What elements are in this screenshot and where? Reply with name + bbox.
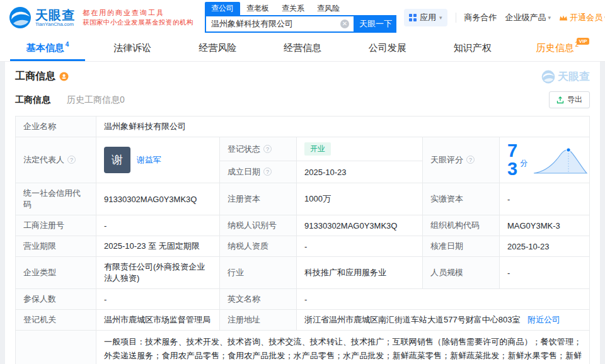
search-tab-risk[interactable]: 查风险 bbox=[311, 2, 346, 15]
search-tab-relation[interactable]: 查关系 bbox=[275, 2, 311, 15]
tab-operation-info[interactable]: 经营信息 bbox=[260, 35, 345, 61]
clear-search-icon[interactable]: ✕ bbox=[340, 20, 349, 28]
seal-icon bbox=[59, 72, 69, 81]
label-business-term: 营业期限 bbox=[16, 236, 96, 257]
tab-legal-proceedings[interactable]: 法律诉讼 bbox=[90, 35, 175, 61]
tab-company-development[interactable]: 公司发展 bbox=[345, 35, 430, 61]
label-reg-authority: 登记机关 bbox=[16, 310, 96, 331]
value-reg-capital: 1000万 bbox=[297, 183, 423, 215]
apps-menu[interactable]: 应用 ▾ bbox=[404, 9, 447, 26]
score-curve-chart bbox=[533, 145, 588, 175]
help-icon[interactable]: ? bbox=[466, 156, 475, 164]
slogan: 都在用的商业查询工具 获国家中小企业发展基金投资的机构 bbox=[83, 8, 193, 27]
apps-grid-icon bbox=[409, 14, 417, 21]
table-row: 登记机关 温州市鹿城区市场监督管理局 注册地址 浙江省温州市鹿城区南汇街道车站大… bbox=[16, 310, 590, 331]
value-business-scope: 一般项目：技术服务、技术开发、技术咨询、技术交流、技术转让、技术推广；互联网销售… bbox=[96, 331, 590, 364]
value-reg-status: 开业 bbox=[297, 137, 423, 161]
value-credit-code: 91330302MAG0Y3MK3Q bbox=[96, 183, 220, 215]
label-org-code: 组织机构代码 bbox=[423, 215, 500, 236]
search-submit-button[interactable]: 天眼一下 bbox=[355, 15, 396, 33]
label-company-name: 企业名称 bbox=[16, 117, 96, 137]
table-row: 营业期限 2025-10-23 至 无固定期限 纳税人资质 - 核准日期 202… bbox=[16, 236, 590, 257]
nav-enterprise-products[interactable]: 企业级产品 ▾ bbox=[505, 12, 551, 23]
table-row: 经营范围 一般项目：技术服务、技术开发、技术咨询、技术交流、技术转让、技术推广；… bbox=[16, 331, 590, 364]
help-icon[interactable]: ? bbox=[67, 156, 76, 164]
company-search-input[interactable] bbox=[206, 20, 340, 29]
tab-label: 经营风险 bbox=[199, 42, 236, 54]
card-tab-history-business-info[interactable]: 历史工商信息0 bbox=[67, 94, 125, 106]
search-box: ✕ bbox=[205, 15, 355, 33]
table-row: 统一社会信用代码 91330302MAG0Y3MK3Q 注册资本 1000万 实… bbox=[16, 183, 590, 215]
tab-operation-risk[interactable]: 经营风险 bbox=[175, 35, 260, 61]
search-tab-company[interactable]: 查公司 bbox=[205, 2, 240, 15]
tab-label: 基本信息 bbox=[26, 42, 64, 54]
value-staff-size: - bbox=[500, 257, 590, 289]
label-credit-code: 统一社会信用代码 bbox=[16, 183, 96, 215]
top-nav: 应用 ▾ 商务合作 企业级产品 ▾ 开通会员 ▾ 查米 ▾ bbox=[404, 9, 605, 26]
value-business-term: 2025-10-23 至 无固定期限 bbox=[96, 236, 220, 257]
main-nav-tabs: 基本信息 4 法律诉讼 经营风险 经营信息 公司发展 知识产权 历史信息 2 V… bbox=[0, 35, 605, 62]
score-number: 73 bbox=[507, 142, 517, 178]
value-company-name: 温州象鲜科技有限公司 bbox=[96, 117, 590, 137]
label-taxpayer-qualification: 纳税人资质 bbox=[220, 236, 297, 257]
watermark-logo: 天眼查 bbox=[541, 69, 590, 84]
value-reg-authority: 温州市鹿城区市场监督管理局 bbox=[96, 310, 220, 331]
help-icon[interactable]: ? bbox=[263, 145, 272, 153]
value-taxpayer-qualification: - bbox=[297, 236, 423, 257]
tab-label: 经营信息 bbox=[284, 42, 321, 54]
logo-title: 天眼查 bbox=[35, 8, 75, 22]
search-tabs: 查公司查老板查关系查风险 bbox=[205, 3, 396, 15]
value-reg-number: - bbox=[96, 215, 220, 236]
value-tianyan-score: 73 分 bbox=[500, 137, 590, 183]
business-info-card: 工商信息 天眼查 工商信息历史工商信息0 bbox=[5, 62, 600, 364]
legal-rep-avatar[interactable]: 谢 bbox=[104, 147, 130, 173]
nearby-companies-link[interactable]: 附近公司 bbox=[527, 315, 560, 324]
legal-rep-link[interactable]: 谢益军 bbox=[137, 154, 161, 166]
section-title: 工商信息 bbox=[15, 70, 55, 83]
chevron-down-icon: ▾ bbox=[439, 14, 442, 21]
label-english-name: 英文名称 bbox=[220, 289, 297, 310]
tab-label: 公司发展 bbox=[369, 42, 406, 54]
slogan-line-2: 获国家中小企业发展基金投资的机构 bbox=[83, 18, 193, 27]
label-reg-capital: 注册资本 bbox=[220, 183, 297, 215]
chevron-down-icon: ▾ bbox=[548, 14, 551, 21]
nav-business-cooperation[interactable]: 商务合作 bbox=[464, 12, 497, 23]
label-tianyan-score: 天眼评分? bbox=[423, 137, 500, 183]
value-company-type: 有限责任公司(外商投资企业法人独资) bbox=[96, 257, 220, 289]
value-approval-date: 2025-10-23 bbox=[500, 236, 590, 257]
label-taxpayer-id: 纳税人识别号 bbox=[220, 215, 297, 236]
value-english-name: - bbox=[297, 289, 590, 310]
label-reg-number: 工商注册号 bbox=[16, 215, 96, 236]
value-industry: 科技推广和应用服务业 bbox=[297, 257, 423, 289]
page-content: 工商信息 天眼查 工商信息历史工商信息0 bbox=[0, 62, 605, 364]
crown-icon bbox=[559, 14, 568, 21]
tab-count-badge: 4 bbox=[66, 41, 69, 48]
label-approval-date: 核准日期 bbox=[423, 236, 500, 257]
tab-label: 知识产权 bbox=[454, 42, 492, 54]
logo-wave-icon bbox=[9, 6, 32, 29]
slogan-line-1: 都在用的商业查询工具 bbox=[83, 8, 193, 18]
table-row: 企业类型 有限责任公司(外商投资企业法人独资) 行业 科技推广和应用服务业 人员… bbox=[16, 257, 590, 289]
tianyancha-logo[interactable]: 天眼查 TianYanCha.com bbox=[9, 6, 75, 29]
logo-subtitle: TianYanCha.com bbox=[35, 22, 75, 28]
search-area: 查公司查老板查关系查风险 ✕ 天眼一下 bbox=[205, 3, 396, 33]
divider bbox=[456, 13, 456, 23]
tab-intellectual-property[interactable]: 知识产权 bbox=[430, 35, 515, 61]
table-row: 法定代表人? 谢 谢益军 登记状态? 开业 bbox=[16, 137, 590, 161]
label-legal-rep: 法定代表人? bbox=[16, 137, 96, 183]
tab-history-info[interactable]: 历史信息 2 VIP bbox=[515, 35, 600, 61]
score-unit: 分 bbox=[520, 158, 527, 169]
label-insured-count: 参保人数 bbox=[16, 289, 96, 310]
open-vip-link[interactable]: 开通会员 ▾ bbox=[559, 12, 605, 23]
value-legal-rep: 谢 谢益军 bbox=[96, 137, 220, 183]
label-company-type: 企业类型 bbox=[16, 257, 96, 289]
card-tab-business-info[interactable]: 工商信息 bbox=[15, 94, 50, 106]
value-taxpayer-id: 91330302MAG0Y3MK3Q bbox=[297, 215, 423, 236]
value-insured-count: - bbox=[96, 289, 220, 310]
watermark-wave-icon bbox=[541, 70, 555, 84]
export-button[interactable]: 导出 bbox=[549, 91, 590, 108]
tab-basic-info[interactable]: 基本信息 4 bbox=[5, 35, 90, 61]
help-icon[interactable]: ? bbox=[263, 168, 272, 176]
value-est-date: 2025-10-23 bbox=[297, 161, 423, 183]
search-tab-boss[interactable]: 查老板 bbox=[240, 2, 275, 15]
